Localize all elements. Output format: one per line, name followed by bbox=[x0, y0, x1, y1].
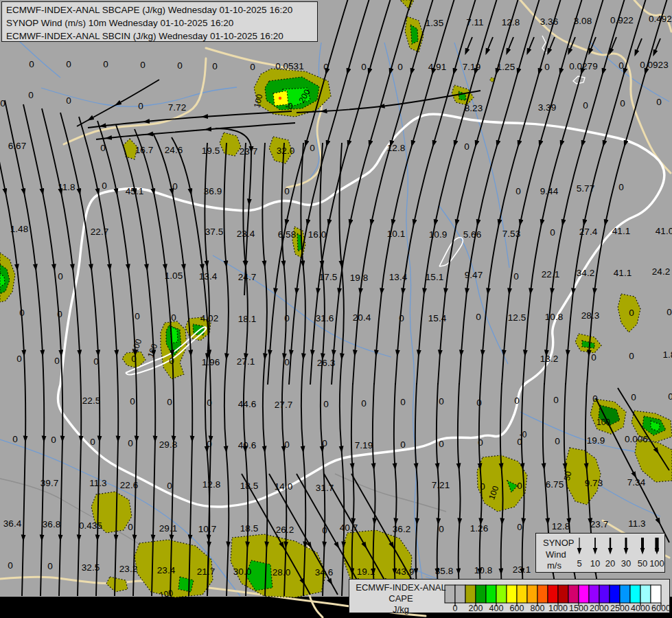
map-value: 0 bbox=[397, 62, 403, 72]
contour-label: 100 bbox=[596, 417, 610, 427]
map-value: 0 bbox=[544, 62, 550, 72]
map-value: 0 bbox=[66, 95, 71, 106]
map-value: 18.1 bbox=[238, 314, 256, 324]
map-value: 0 bbox=[310, 143, 315, 153]
map-value: 0.922 bbox=[610, 15, 634, 25]
wind-legend-subtitle: Wind bbox=[546, 549, 566, 560]
weather-map: 100200-010010010050100100-0 1.357.1112.8… bbox=[0, 0, 672, 618]
map-value: 20.4 bbox=[353, 312, 371, 323]
map-value: 0 bbox=[400, 439, 406, 450]
map-value: 31.6 bbox=[316, 313, 334, 323]
map-value: 9.73 bbox=[585, 478, 603, 488]
map-value: 41.1 bbox=[612, 226, 630, 236]
map-value: 41.0 bbox=[656, 226, 672, 236]
map-value: 10.9 bbox=[429, 229, 447, 240]
map-value: 0 bbox=[592, 393, 598, 404]
map-value: 0 bbox=[128, 438, 133, 448]
map-value: 5.66 bbox=[463, 229, 481, 240]
cape-scale-tick-label: 400 bbox=[489, 604, 504, 613]
map-value: 27.1 bbox=[237, 356, 255, 367]
map-value: 9.44 bbox=[540, 186, 559, 196]
cape-scale-cell bbox=[610, 585, 620, 603]
cape-scale-cell bbox=[465, 585, 476, 603]
map-value: 0 bbox=[284, 357, 290, 367]
map-value: 26.3 bbox=[317, 358, 335, 368]
cape-legend: ECMWF-INDEX-ANAL CAPE J/kg 0200400600800… bbox=[349, 579, 670, 613]
map-value: 3.36 bbox=[540, 16, 558, 27]
cape-scale-cell bbox=[476, 585, 486, 603]
map-value: 0 bbox=[16, 354, 22, 364]
map-value: 16.7 bbox=[135, 145, 153, 155]
map-value: 40.7 bbox=[340, 523, 358, 533]
map-value: 7.21 bbox=[432, 480, 450, 490]
map-value: 36.9 bbox=[204, 186, 222, 196]
map-value: 10.8 bbox=[545, 312, 563, 322]
map-value: 32.5 bbox=[82, 562, 100, 573]
map-value: 0 bbox=[361, 398, 367, 409]
map-value: 0 bbox=[480, 481, 485, 492]
title-line-cin: ECMWF-INDEX-ANAL SBCIN (J/kg) Wednesday … bbox=[6, 30, 313, 42]
cape-scale-tick-label: 6000 bbox=[651, 604, 669, 613]
map-value: 12.5 bbox=[508, 312, 526, 323]
map-value: 0 bbox=[656, 97, 662, 107]
map-value: 28.0 bbox=[273, 567, 290, 577]
map-value: 36.8 bbox=[43, 519, 60, 529]
map-value: 36.2 bbox=[393, 524, 410, 534]
map-value: 0.0923 bbox=[640, 60, 668, 70]
map-value: 29.1 bbox=[159, 523, 177, 534]
wind-scale-speed: 30 bbox=[621, 558, 631, 569]
map-value: 0.0531 bbox=[275, 61, 303, 71]
map-value: 0 bbox=[323, 399, 329, 409]
map-value: 0 bbox=[66, 59, 71, 69]
map-value: 23.2 bbox=[119, 564, 137, 574]
map-value: 0 bbox=[102, 181, 107, 191]
map-value: 0 bbox=[464, 141, 470, 152]
map-value: 0 bbox=[284, 186, 290, 196]
map-value: 23.4 bbox=[237, 229, 255, 239]
map-value: 0 bbox=[140, 60, 146, 70]
map-value: 1.25 bbox=[497, 62, 515, 72]
map-value: 0 bbox=[177, 60, 183, 71]
map-value: 0 bbox=[514, 396, 520, 406]
map-value: 13.4 bbox=[389, 272, 408, 282]
map-value: 21.7 bbox=[197, 566, 215, 577]
map-value: 29.8 bbox=[159, 439, 177, 450]
map-value: 0 bbox=[591, 352, 596, 363]
map-value: 44.6 bbox=[238, 399, 256, 409]
map-value: 14.0 bbox=[275, 481, 292, 492]
map-value: 15.1 bbox=[426, 272, 443, 282]
cape-scale-tick-label: 2000 bbox=[590, 604, 609, 613]
cape-scale-cell bbox=[537, 585, 548, 603]
map-value: 1.05 bbox=[165, 271, 183, 281]
map-value: 45.1 bbox=[126, 186, 143, 196]
cape-scale-cell bbox=[486, 585, 496, 603]
cape-scale-tick-label: 600 bbox=[510, 604, 524, 613]
map-value: 9.47 bbox=[465, 270, 483, 280]
map-value: 4.02 bbox=[200, 313, 218, 323]
title-line-cape: ECMWF-INDEX-ANAL SBCAPE (J/kg) Wednesday… bbox=[6, 3, 313, 16]
map-value: 31.7 bbox=[316, 483, 334, 493]
map-value: 0 bbox=[51, 435, 56, 445]
cape-scale-tick-label: 200 bbox=[469, 604, 483, 613]
cape-scale-cell bbox=[630, 585, 640, 603]
map-value: 0 bbox=[513, 271, 519, 282]
map-value: 0 bbox=[322, 525, 327, 536]
map-value: 0 bbox=[515, 186, 521, 196]
map-value: 23.1 bbox=[513, 564, 531, 575]
wind-scale-speed: 10 bbox=[590, 558, 600, 569]
map-value: 0 bbox=[476, 312, 481, 322]
map-value: 24.6 bbox=[165, 145, 183, 155]
cape-scale-tick-label: 4000 bbox=[631, 604, 650, 613]
wind-scale-speed: 100 bbox=[649, 558, 664, 569]
cape-scale-cell bbox=[640, 585, 651, 603]
wind-scale-speed: 50 bbox=[638, 558, 647, 569]
map-value: 0 bbox=[631, 392, 636, 402]
map-value: 27.4 bbox=[579, 227, 598, 237]
map-value: 0 bbox=[207, 398, 212, 408]
map-value: 0 bbox=[668, 391, 672, 402]
cape-legend-unit: J/kg bbox=[353, 604, 449, 615]
map-value: 24.2 bbox=[652, 266, 670, 277]
map-value: 0 bbox=[131, 354, 137, 364]
map-value: 0 bbox=[400, 397, 406, 407]
map-value: 0 bbox=[54, 356, 60, 366]
